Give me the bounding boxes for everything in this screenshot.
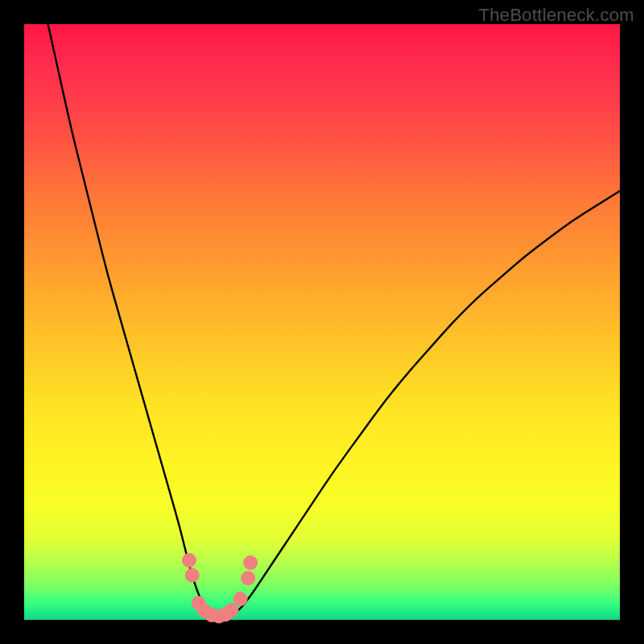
curve-markers [182,554,257,624]
watermark-text: TheBottleneck.com [479,5,634,26]
curve-svg [24,24,620,620]
curve-marker [233,592,247,606]
bottleneck-curve [48,24,620,618]
curve-marker [242,572,255,585]
curve-marker [225,604,238,617]
curve-marker [182,554,196,568]
curve-marker [244,555,258,569]
chart-frame: TheBottleneck.com [0,0,644,644]
curve-marker [185,568,199,582]
plot-area [24,24,620,620]
